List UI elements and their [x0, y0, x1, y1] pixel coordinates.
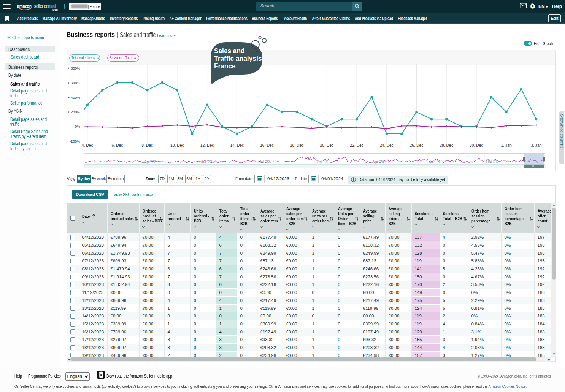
svg-text:Sales and: Sales and [214, 47, 245, 55]
svg-text:Inventory Reports: Inventory Reports [110, 16, 138, 21]
svg-text:Performance Notifications: Performance Notifications [206, 16, 248, 21]
svg-text:Add Products: Add Products [17, 16, 38, 21]
svg-text:Traffic analysis: Traffic analysis [214, 55, 262, 62]
svg-text:Account Health: Account Health [284, 16, 307, 21]
svg-text:Business Reports: Business Reports [252, 16, 278, 21]
svg-text:A-to-z Guarantee Claims: A-to-z Guarantee Claims [312, 16, 350, 21]
svg-text:Manage All Inventory: Manage All Inventory [43, 16, 77, 21]
svg-text:amazon: amazon [17, 3, 32, 9]
svg-text:France: France [214, 62, 236, 70]
svg-text:Manage Orders: Manage Orders [81, 16, 105, 21]
svg-text:Feedback Manager: Feedback Manager [398, 16, 427, 21]
svg-text:Pricing Health: Pricing Health [143, 16, 165, 21]
svg-text:Add Products via Upload: Add Products via Upload [355, 16, 393, 21]
svg-text:a: a [100, 373, 102, 377]
svg-text:europe: europe [52, 8, 58, 11]
svg-text:A+ Content Manager: A+ Content Manager [170, 16, 202, 21]
